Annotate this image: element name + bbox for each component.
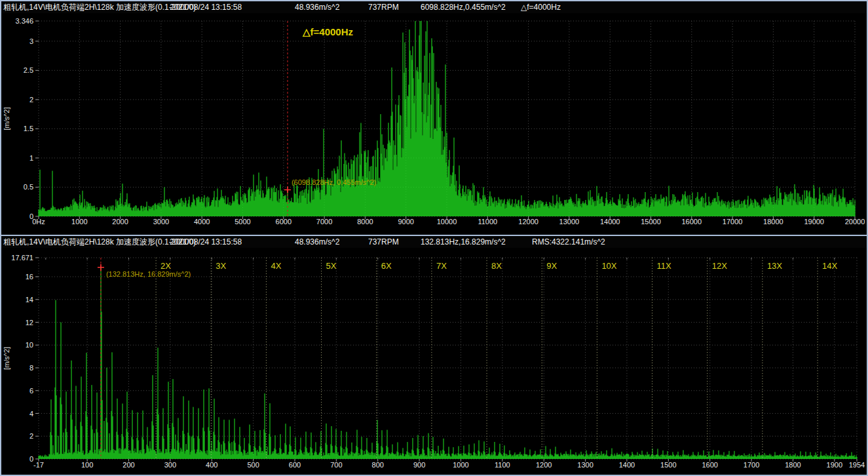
spectrum-chart-full-range[interactable]: 3.34632.521.510.500Hz1000200030004000500… (1, 13, 867, 235)
spectrum-panel-zoomed: 粗轧机,14V\电机负荷端2H\128k 加速度波形(0.1-20000) 20… (1, 236, 867, 475)
harmonic-label: 7X (436, 261, 447, 271)
harmonic-label: 13X (767, 261, 782, 271)
x-tick-label: 300 (164, 461, 176, 469)
cursor-annotation: (6098.828Hz, 0.455m/s^2) (292, 178, 376, 186)
harmonic-label: 14X (822, 261, 837, 271)
x-tick-label: 1954 (849, 461, 865, 469)
x-tick-label: 700 (330, 461, 342, 469)
x-tick-label: 1000 (71, 218, 87, 226)
spectrum-panel-full-range: 粗轧机,14V\电机负荷端2H\128k 加速度波形(0.1-20000) 20… (1, 1, 867, 235)
rpm-readout: 737RPM (368, 236, 399, 248)
x-tick-label: 19000 (804, 218, 824, 226)
x-tick-label: 1000 (453, 461, 468, 469)
cursor-marker-cross[interactable] (284, 186, 291, 193)
y-tick-label: 10 (26, 341, 33, 349)
x-tick-label: 5000 (235, 218, 250, 226)
x-tick-label: 12000 (518, 218, 538, 226)
delta-f-annotation: △f=4000Hz (302, 26, 353, 37)
harmonic-label: 10X (601, 261, 616, 271)
x-tick-label: 1800 (785, 461, 801, 469)
x-tick-label: 1300 (577, 461, 593, 469)
measurement-path: 粗轧机,14V\电机负荷端2H\128k 加速度波形(0.1-20000) (3, 1, 196, 13)
x-tick-label: 100 (81, 461, 93, 469)
cursor-marker-cross[interactable] (98, 264, 104, 271)
y-tick-label: 0.5 (24, 183, 33, 191)
x-tick-label: 1500 (660, 461, 676, 469)
y-tick-label: 2 (29, 96, 33, 104)
x-tick-label: 1700 (744, 461, 759, 469)
y-tick-label: 16 (26, 273, 33, 281)
y-tick-label: 3 (29, 37, 33, 45)
harmonic-label: 9X (546, 261, 557, 271)
x-tick-label: 1400 (619, 461, 635, 469)
cursor-annotation: (132.813Hz, 16.829m/s^2) (106, 270, 191, 278)
harmonic-label: 5X (326, 261, 337, 271)
harmonic-label: 12X (712, 261, 727, 271)
y-axis-unit-label: [m/s^2] (3, 347, 10, 370)
harmonic-label: 4X (271, 261, 281, 271)
y-tick-label: 12 (26, 319, 33, 327)
harmonic-label: 11X (657, 261, 671, 271)
x-tick-label: 10000 (437, 218, 457, 226)
x-tick-label: 20000 (845, 218, 865, 226)
x-tick-label: 7000 (316, 218, 332, 226)
vibration-analyzer-window: 粗轧机,14V\电机负荷端2H\128k 加速度波形(0.1-20000) 20… (0, 0, 868, 476)
x-tick-label: 2000 (112, 218, 128, 226)
y-tick-label: 3.346 (15, 17, 33, 25)
overall-level: 48.936m/s^2 (295, 1, 339, 13)
x-tick-label: 500 (247, 461, 259, 469)
x-tick-label: 13000 (559, 218, 580, 226)
spectrum-chart-zoomed[interactable]: 17.6711614121086420-17100200300400500600… (1, 248, 867, 475)
x-tick-label: 9000 (398, 218, 413, 226)
y-tick-label: 2.5 (24, 66, 33, 74)
rpm-readout: 737RPM (368, 1, 399, 13)
x-tick-label: 400 (206, 461, 217, 469)
y-tick-label: 2 (29, 432, 33, 440)
x-tick-label: 1200 (536, 461, 552, 469)
x-tick-label: 8000 (357, 218, 373, 226)
cursor-readout: 132.813Hz,16.829m/s^2 (421, 236, 506, 248)
y-axis-unit-label: [m/s^2] (3, 107, 10, 130)
x-tick-label: 600 (289, 461, 301, 469)
y-tick-label: 4 (29, 410, 33, 418)
y-tick-label: 1 (29, 154, 33, 162)
x-tick-label: 200 (123, 461, 134, 469)
x-tick-label: 800 (372, 461, 384, 469)
x-tick-label: 4000 (194, 218, 210, 226)
measurement-path: 粗轧机,14V\电机负荷端2H\128k 加速度波形(0.1-20000) (3, 236, 196, 248)
harmonic-label: 8X (491, 261, 502, 271)
y-tick-label: 17.671 (11, 254, 33, 262)
panel-header-bottom: 粗轧机,14V\电机负荷端2H\128k 加速度波形(0.1-20000) 20… (1, 236, 867, 248)
y-tick-label: 8 (29, 364, 33, 372)
overall-level: 48.936m/s^2 (295, 236, 339, 248)
x-tick-label: 1100 (495, 461, 510, 469)
x-tick-label: 0Hz (32, 218, 45, 226)
x-tick-label: 18000 (763, 218, 783, 226)
x-tick-label: 1600 (702, 461, 717, 469)
x-tick-label: 14000 (600, 218, 620, 226)
y-tick-label: 1.5 (24, 125, 33, 132)
x-tick-label: 1900 (827, 461, 842, 469)
harmonic-label: 3X (216, 261, 226, 271)
x-tick-label: 15000 (641, 218, 661, 226)
timestamp: 2021/08/24 13:15:58 (170, 1, 242, 13)
x-tick-label: 17000 (723, 218, 743, 226)
cursor-readout: 6098.828Hz,0.455m/s^2 (421, 1, 506, 13)
x-tick-label: 11000 (478, 218, 497, 226)
y-tick-label: 6 (29, 387, 33, 395)
panel-header-top: 粗轧机,14V\电机负荷端2H\128k 加速度波形(0.1-20000) 20… (1, 1, 867, 13)
y-tick-label: 14 (26, 296, 33, 304)
harmonic-label: 6X (381, 261, 392, 271)
rms-readout: RMS:4322.141m/s^2 (532, 236, 605, 248)
x-tick-label: -17 (33, 461, 44, 469)
spectrum-trace (39, 268, 857, 459)
x-tick-label: 16000 (682, 218, 702, 226)
delta-f-readout: △f=4000Hz (521, 1, 561, 13)
x-tick-label: 900 (413, 461, 425, 469)
x-tick-label: 3000 (153, 218, 169, 226)
timestamp: 2021/08/24 13:15:58 (170, 236, 242, 248)
x-tick-label: 6000 (276, 218, 292, 226)
